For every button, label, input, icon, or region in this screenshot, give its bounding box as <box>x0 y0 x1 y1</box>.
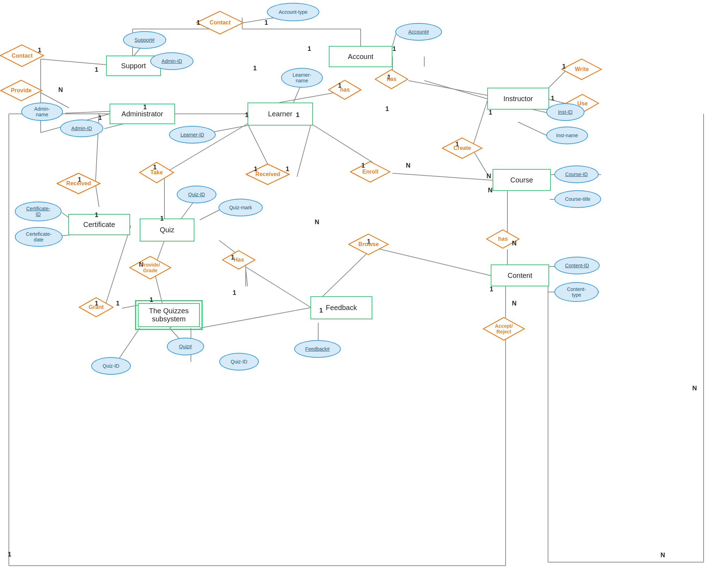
entity-cert-label: Certificate <box>83 221 115 229</box>
rel-has-acct2: has <box>375 69 408 89</box>
rel-take-label: Take <box>150 169 163 176</box>
attr-learner-id-label: Learner-ID <box>181 132 204 138</box>
attr-inst-id-label: Inst-ID <box>558 109 572 115</box>
attr-account-type-label: Account-type <box>279 9 308 15</box>
rel-contact-top-label: Contact <box>210 19 231 26</box>
svg-line-37 <box>311 124 373 163</box>
rel-browse: Browse <box>348 233 389 255</box>
attr-quiz-num-label: Quiz# <box>179 344 192 349</box>
card-1-support: 1 <box>95 66 98 74</box>
card-1-learner-l: 1 <box>245 111 249 119</box>
attr-cert-id-label: Certificate- ID <box>26 206 50 217</box>
card-1-pgrade: 1 <box>150 296 153 304</box>
card-1-take-bot: 1 <box>160 215 164 222</box>
card-n-enroll: N <box>406 162 410 169</box>
attr-admin-id-top: Admin-ID <box>150 52 193 70</box>
card-1-enroll: 1 <box>361 162 365 169</box>
rel-create: Create <box>442 137 483 159</box>
attr-quiz-mark: Quiz-mark <box>219 199 263 216</box>
card-1-has3: 1 <box>385 105 389 113</box>
card-1-use: 1 <box>551 95 554 102</box>
svg-line-36 <box>392 173 493 180</box>
svg-line-53 <box>246 267 311 308</box>
rel-has-acct1: has <box>328 80 362 100</box>
rel-enroll: Enroll <box>350 161 391 183</box>
svg-line-7 <box>408 81 488 95</box>
entity-content-label: Content <box>507 272 532 280</box>
rel-has-quiz-label: Has <box>234 257 244 263</box>
attr-learner-id: Learner-ID <box>169 126 216 144</box>
rel-use-label: Use <box>577 100 588 107</box>
rel-accept-reject: Accept/ Reject <box>483 317 525 341</box>
attr-quiz-mark-label: Quiz-mark <box>229 205 252 210</box>
svg-line-28 <box>518 122 547 136</box>
attr-quiz-id-top-label: Quiz-ID <box>188 192 205 197</box>
card-n-accept: N <box>512 300 517 307</box>
entity-quizzes-label: The Quizzes subsystem <box>149 307 188 323</box>
entity-support-label: Support <box>121 62 146 70</box>
attr-quiz-id-bot-label: Quiz-ID <box>231 359 247 365</box>
svg-line-39 <box>297 124 311 177</box>
card-1-write: 1 <box>562 63 566 70</box>
rel-received-right-label: Received <box>255 171 280 177</box>
card-n-create: N <box>487 173 491 180</box>
attr-inst-name: Inst-name <box>546 127 588 144</box>
rel-has-acct2-label: has <box>387 76 397 82</box>
er-diagram: Account Support Administrator Learner In… <box>0 0 728 577</box>
attr-cert-id: Certificate- ID <box>15 202 62 221</box>
card-n-border-bot: N <box>660 552 665 559</box>
card-1-learner-r: 1 <box>296 111 299 119</box>
svg-line-4 <box>392 34 396 46</box>
attr-course-id-label: Course-ID <box>565 171 588 177</box>
card-1-recv-l-bot: 1 <box>95 211 98 219</box>
entity-quiz: Quiz <box>140 218 194 241</box>
card-n-border-right: N <box>692 385 697 392</box>
attr-course-title: Course-title <box>554 190 601 208</box>
card-n-feedback: N <box>315 218 319 226</box>
attr-quiz-id-bot: Quiz-ID <box>219 353 259 371</box>
attr-inst-name-label: Inst-name <box>556 133 578 138</box>
attr-course-title-label: Course-title <box>565 196 590 202</box>
attr-content-id: Content-ID <box>554 257 600 274</box>
card-1-border-left: 1 <box>8 551 11 558</box>
attr-admin-name-label: Admin- name <box>34 106 50 117</box>
card-1-account-left: 1 <box>308 45 311 53</box>
card-1-recv-r-r: 1 <box>286 165 289 173</box>
rel-provide: Provide <box>0 80 42 101</box>
card-1-contact-left2: 1 <box>38 47 41 54</box>
attr-cert-date-label: Certeficate- date <box>26 231 51 243</box>
attr-account-num: Account# <box>395 23 442 41</box>
attr-quiz-id-sub-label: Quiz-ID <box>103 363 119 369</box>
card-1-account-right: 1 <box>392 45 396 53</box>
attr-feedback-num: Feedback# <box>294 340 341 358</box>
card-1-contact-right: 1 <box>264 19 268 27</box>
attr-course-id: Course-ID <box>554 165 599 183</box>
rel-provide-grade: Provide/ Grade <box>129 256 171 280</box>
svg-line-69 <box>104 226 131 308</box>
card-n-provide: N <box>58 86 63 94</box>
rel-has-course-label: has <box>498 236 508 242</box>
attr-cert-date: Certeficate- date <box>15 227 63 247</box>
attr-learner-name-label: Learner- name <box>293 72 311 83</box>
connection-lines <box>0 0 728 577</box>
card-1-grant-r: 1 <box>116 300 120 307</box>
entity-administrator: Administrator <box>110 104 175 124</box>
svg-line-8 <box>424 81 488 99</box>
card-1-content: 1 <box>490 286 493 293</box>
attr-account-type: Account-type <box>267 3 319 21</box>
rel-provide-label: Provide <box>11 87 32 94</box>
card-n-hascontent: N <box>512 240 517 247</box>
entity-account: Account <box>329 46 392 67</box>
svg-line-54 <box>246 269 247 286</box>
rel-has-quiz: Has <box>222 250 256 270</box>
entity-quizzes-subsystem: The Quizzes subsystem <box>138 303 200 327</box>
rel-provide-grade-label: Provide/ Grade <box>140 262 160 273</box>
card-1-feedback-browse: 1 <box>319 307 323 314</box>
attr-quiz-id-sub: Quiz-ID <box>91 357 131 375</box>
rel-enroll-label: Enroll <box>362 169 378 175</box>
rel-has-acct1-label: has <box>340 87 350 93</box>
attr-account-num-label: Account# <box>408 29 429 35</box>
rel-received-right: Received <box>246 163 290 185</box>
attr-feedback-num-label: Feedback# <box>305 346 330 352</box>
card-1-admin: 1 <box>98 114 102 122</box>
